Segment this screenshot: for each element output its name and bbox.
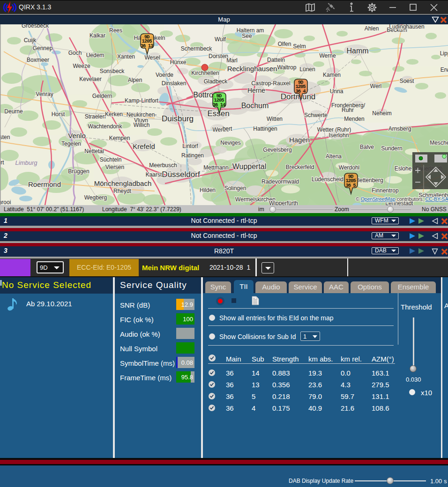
svg-text:Sonsbeck: Sonsbeck [100,68,125,74]
svg-text:Werdohl: Werdohl [339,164,359,171]
svg-text:Castrop-Rauxel: Castrop-Rauxel [251,80,290,87]
svg-text:Wuppertal: Wuppertal [232,162,267,170]
svg-text:Wesel: Wesel [144,54,160,61]
svg-text:Kamen: Kamen [323,72,341,78]
svg-text:Krefeld: Krefeld [133,142,155,150]
svg-text:Viersen: Viersen [105,164,124,170]
svg-text:Geldern: Geldern [92,93,112,99]
svg-text:Wegberg: Wegberg [84,194,107,201]
svg-text:Groesbeck: Groesbeck [22,24,49,29]
svg-text:Finnentrop: Finnentrop [372,187,399,194]
svg-text:Düsseldorf: Düsseldorf [162,170,200,179]
svg-text:Sundern: Sundern [381,145,402,152]
svg-text:Mettmann: Mettmann [203,164,228,171]
svg-text:Dinslaken: Dinslaken [162,80,187,87]
svg-text:Hattingen: Hattingen [253,125,277,132]
svg-text:Goch: Goch [68,50,82,56]
svg-text:Kerken: Kerken [105,111,123,118]
svg-text:rt: rt [0,159,4,166]
svg-text:Olfen: Olfen [278,41,291,47]
svg-text:Deurne: Deurne [4,108,23,115]
svg-text:Werne: Werne [319,52,336,59]
svg-text:36 4: 36 4 [295,89,306,94]
svg-text:Werl: Werl [370,83,381,89]
svg-text:Arnsberg: Arnsberg [388,125,411,132]
svg-text:Herne: Herne [247,87,265,94]
svg-text:Bochum: Bochum [241,102,269,110]
svg-text:Breckerfeld: Breckerfeld [286,164,314,170]
svg-text:Meerbusch: Meerbusch [149,162,177,169]
svg-text:Ahlen: Ahlen [365,25,379,32]
svg-text:Plettenberg: Plettenberg [354,177,383,184]
svg-text:Duisburg: Duisburg [162,114,194,123]
svg-text:Neheim: Neheim [372,110,391,117]
svg-text:Gennep: Gennep [33,45,53,52]
svg-text:Horst: Horst [52,111,65,118]
svg-text:Witten: Witten [267,116,283,122]
svg-text:Uedem: Uedem [86,52,105,59]
svg-text:Menden: Menden [344,116,364,122]
svg-text:Hamm: Hamm [346,47,368,55]
svg-text:Lüdenscheid: Lüdenscheid [312,176,343,183]
svg-text:Rheydt: Rheydt [113,188,132,194]
svg-text:bert: bert [223,125,232,132]
svg-text:Radevormwald: Radevormwald [261,178,299,185]
svg-text:Voerde: Voerde [156,72,173,78]
svg-text:Gladbeck: Gladbeck [204,78,228,85]
svg-text:nrooi: nrooi [0,199,11,205]
svg-text:36 13: 36 13 [141,43,153,49]
svg-text:See: See [242,33,252,39]
svg-text:Soest: Soest [400,78,414,84]
svg-text:Hagen: Hagen [289,136,310,144]
svg-text:sten: sten [0,134,10,140]
svg-text:Venray: Venray [36,91,53,97]
svg-text:Alpen: Alpen [128,77,142,83]
svg-text:Meschede: Meschede [430,140,448,146]
svg-text:Waltrop: Waltrop [277,64,297,71]
svg-text:Erw: Erw [441,66,448,73]
svg-text:Brüggen: Brüggen [68,168,89,175]
svg-text:Iserlohn: Iserlohn [329,132,349,139]
svg-text:Roermond: Roermond [28,180,61,188]
svg-text:36 5: 36 5 [345,183,356,188]
svg-text:Selm: Selm [293,43,306,50]
svg-text:Limburg: Limburg [15,159,38,166]
svg-text:36 14: 36 14 [213,102,225,108]
svg-text:Willich: Willich [134,122,150,128]
svg-text:Recklinghausen: Recklinghausen [227,65,277,73]
svg-text:Hilden: Hilden [200,187,216,193]
svg-text:Datteln: Datteln [267,57,285,63]
svg-text:Mönchengladbach: Mönchengladbach [94,179,152,187]
svg-text:Lintorf: Lintorf [182,143,198,149]
svg-text:Süchteln: Süchteln [100,156,122,163]
svg-text:Schwerte: Schwerte [304,112,328,118]
svg-text:Ludinghausen: Ludinghausen [389,24,424,30]
svg-text:Wipperfürth: Wipperfürth [269,200,298,205]
svg-text:Neviges: Neviges [220,140,240,146]
svg-text:Ratingen: Ratingen [181,152,204,159]
svg-text:Kempen: Kempen [109,135,130,141]
svg-text:Tegelen: Tegelen [61,140,81,147]
svg-text:Altena: Altena [326,153,342,160]
svg-text:Hünxe: Hünxe [170,59,187,66]
svg-text:Ruhr: Ruhr [342,107,354,113]
svg-text:Nettetal: Nettetal [84,148,104,155]
svg-text:Marl: Marl [226,57,237,64]
svg-text:Kalkar: Kalkar [90,32,105,39]
svg-text:Xanten: Xanten [117,53,135,60]
svg-text:Schermbeck: Schermbeck [181,45,213,52]
svg-text:Balve: Balve [360,144,374,150]
svg-text:Unna: Unna [330,88,343,95]
svg-text:Gevelsberg: Gevelsberg [263,147,291,153]
svg-text:Wulf: Wulf [215,36,226,43]
svg-text:Boxmeer: Boxmeer [27,57,49,63]
svg-text:Venlo: Venlo [68,132,86,140]
svg-text:Kevelaer: Kevelaer [79,76,101,82]
svg-text:Lünen: Lünen [299,66,315,73]
svg-text:Cuijk: Cuijk [24,37,37,44]
svg-text:Kamp-Lintfort: Kamp-Lintfort [125,97,159,104]
svg-text:© OpenStreetMap contributors,: © OpenStreetMap contributors, CC-BY-SA [356,196,448,202]
svg-text:Solingen: Solingen [224,185,246,192]
svg-text:Wachtendonk: Wachtendonk [88,123,123,130]
svg-text:Straelen: Straelen [85,113,106,120]
